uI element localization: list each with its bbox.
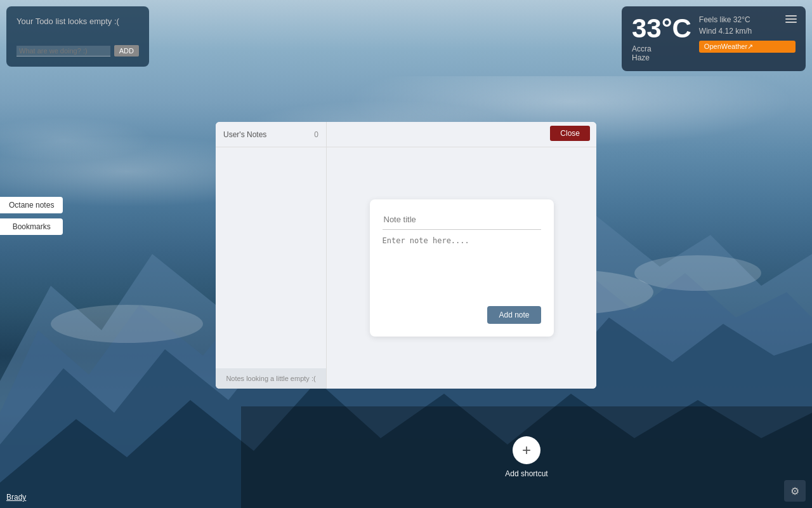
gear-icon: ⚙ [790, 485, 799, 497]
weather-condition: Haze [632, 53, 650, 62]
note-add-button[interactable]: Add note [487, 306, 540, 324]
weather-details: Feels like 32°C Wind 4.12 km/h OpenWeath… [699, 15, 796, 53]
add-shortcut-label: Add shortcut [505, 469, 547, 478]
add-shortcut-button[interactable]: + [513, 436, 540, 464]
todo-widget: Your Todo list looks empty :( ADD [6, 6, 149, 67]
bottom-area: + Add shortcut [241, 406, 812, 508]
openweather-link[interactable]: OpenWeather↗ [699, 41, 796, 53]
notes-list-panel: Notes looking a little empty :( [216, 147, 327, 389]
user-name[interactable]: Brady [6, 493, 26, 502]
weather-temperature: 33°C [632, 15, 691, 42]
gear-button[interactable]: ⚙ [784, 480, 806, 502]
weather-menu-icon[interactable] [785, 15, 797, 23]
weather-city: Accra [632, 44, 652, 53]
notes-empty-label: Notes looking a little empty :( [216, 368, 326, 389]
sidebar-buttons: Octane notes Bookmarks [0, 197, 63, 235]
weather-wind: Wind 4.12 km/h [699, 27, 796, 36]
weather-left: 33°C Accra Haze [632, 15, 691, 62]
note-form: Add note [370, 199, 554, 337]
octane-notes-button[interactable]: Octane notes [0, 197, 63, 213]
todo-empty-text: Your Todo list looks empty :( [16, 17, 139, 26]
weather-location: Accra Haze [632, 44, 691, 62]
weather-widget: 33°C Accra Haze Feels like 32°C Wind 4.1… [622, 6, 806, 71]
notes-body: Notes looking a little empty :( Add note [216, 147, 596, 389]
notes-count: 0 [314, 130, 318, 139]
note-body-input[interactable] [383, 236, 541, 300]
note-title-input[interactable] [383, 212, 541, 230]
notes-modal-header: User's Notes 0 Close [216, 122, 596, 147]
notes-modal: User's Notes 0 Close Notes looking a lit… [216, 122, 596, 389]
bookmarks-button[interactable]: Bookmarks [0, 218, 63, 235]
svg-point-4 [51, 305, 203, 343]
todo-input-row: ADD [16, 45, 139, 57]
weather-feels-like: Feels like 32°C [699, 15, 796, 24]
todo-input[interactable] [16, 46, 110, 57]
notes-panel-title: User's Notes [223, 130, 266, 139]
todo-add-button[interactable]: ADD [114, 45, 139, 57]
notes-close-button[interactable]: Close [550, 126, 590, 141]
svg-point-7 [634, 255, 761, 291]
notes-content-panel: Add note [327, 147, 596, 389]
notes-panel-left: User's Notes 0 [216, 122, 327, 147]
